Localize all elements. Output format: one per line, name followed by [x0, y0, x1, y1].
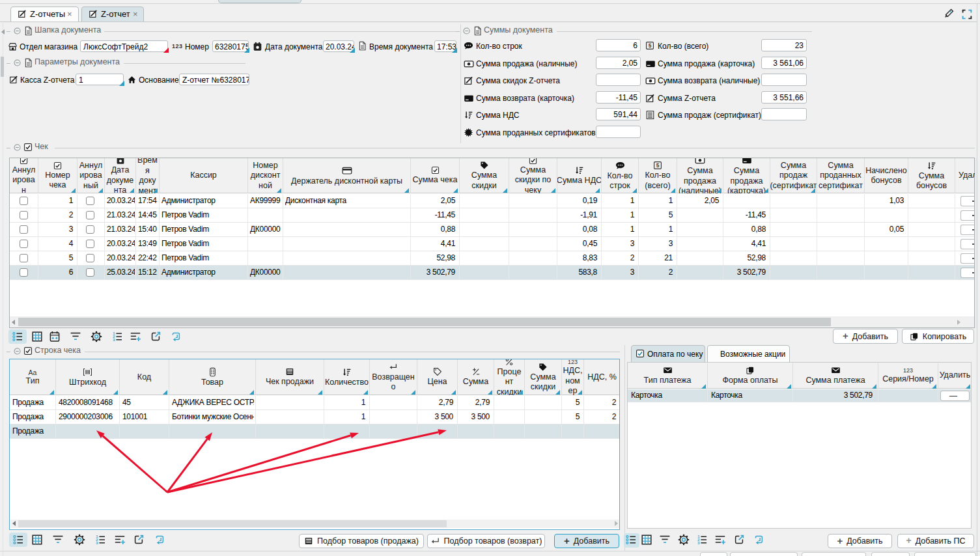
- svg-text:3: 3: [96, 541, 98, 545]
- svg-text:5: 5: [656, 162, 660, 169]
- svg-text:5: 5: [649, 42, 652, 49]
- svg-text:3: 3: [113, 338, 115, 342]
- svg-text:3: 3: [697, 541, 700, 545]
